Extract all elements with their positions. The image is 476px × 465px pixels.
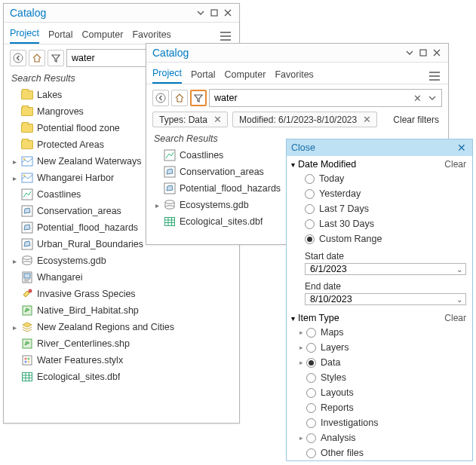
expand-icon[interactable]: ▸ — [10, 323, 19, 332]
date-modified-section[interactable]: ▾ Date Modified Clear — [287, 156, 472, 171]
expand-icon[interactable]: ▸ — [10, 174, 19, 182]
filter-button-active[interactable] — [190, 90, 207, 106]
option-label: Last 30 Days — [319, 219, 374, 229]
shp-icon — [20, 337, 34, 350]
tab-project[interactable]: Project — [152, 66, 182, 84]
home-button[interactable] — [29, 50, 45, 66]
search-dropdown-icon[interactable] — [425, 90, 440, 106]
tab-portal[interactable]: Portal — [191, 67, 216, 84]
clear-filters-button[interactable]: Clear filters — [390, 113, 442, 127]
table-icon — [20, 370, 34, 384]
clear-type-button[interactable]: Clear — [444, 313, 466, 323]
popup-close-label[interactable]: Close — [291, 142, 315, 153]
type-option[interactable]: Investigations — [287, 415, 472, 430]
result-item[interactable]: Ecological_sites.dbf — [7, 369, 236, 385]
tab-project[interactable]: Project — [10, 26, 39, 44]
tab-portal[interactable]: Portal — [48, 27, 73, 44]
radio-icon — [306, 328, 316, 338]
chip-remove-icon[interactable]: ✕ — [361, 114, 373, 125]
date-option[interactable]: Today — [287, 171, 472, 186]
close-icon[interactable] — [430, 46, 444, 60]
maximize-icon[interactable] — [416, 46, 430, 60]
caret-down-icon: ▾ — [291, 161, 295, 169]
type-option[interactable]: Styles — [287, 370, 472, 385]
item-label: Mangroves — [37, 106, 84, 117]
type-option[interactable]: ▸Analysis — [287, 430, 472, 445]
radio-icon — [306, 448, 316, 458]
option-label: Yesterday — [319, 188, 361, 199]
section-title: Item Type — [298, 313, 339, 323]
back-button[interactable] — [10, 50, 26, 66]
svg-rect-13 — [24, 274, 30, 278]
radio-icon — [305, 219, 315, 229]
radio-icon — [306, 433, 316, 443]
close-icon[interactable] — [221, 6, 235, 20]
folder-icon — [20, 121, 34, 135]
expand-icon[interactable]: ▸ — [152, 201, 161, 210]
dropdown-icon[interactable] — [194, 6, 207, 20]
clear-date-button[interactable]: Clear — [444, 159, 466, 170]
item-type-section[interactable]: ▾ Item Type Clear — [287, 310, 472, 325]
expand-icon[interactable]: ▸ — [297, 359, 305, 366]
dropdown-icon[interactable] — [403, 46, 416, 60]
tab-favorites[interactable]: Favorites — [275, 67, 313, 84]
tab-favorites[interactable]: Favorites — [132, 27, 170, 44]
type-option[interactable]: Reports — [287, 400, 472, 415]
result-item[interactable]: Water Features.stylx — [7, 352, 236, 369]
tab-computer[interactable]: Computer — [82, 27, 124, 44]
date-option[interactable]: Yesterday — [287, 186, 472, 201]
tab-computer[interactable]: Computer — [225, 67, 266, 84]
start-date-combo[interactable]: 6/1/2023 ⌄ — [305, 263, 466, 275]
back-button[interactable] — [152, 90, 169, 106]
tabs: Project Portal Computer Favorites — [146, 63, 448, 84]
pane-titlebar: Catalog — [4, 4, 239, 23]
result-item[interactable]: Native_Bird_Habitat.shp — [7, 302, 236, 319]
expand-icon[interactable]: ▸ — [10, 158, 19, 166]
filter-chip-types[interactable]: Types: Data✕ — [152, 112, 228, 127]
popup-header: Close ✕ — [287, 139, 472, 156]
item-label: New Zealand Waterways — [37, 156, 141, 167]
home-button[interactable] — [171, 90, 188, 106]
date-option[interactable]: Last 7 Days — [287, 201, 472, 216]
date-option[interactable]: Custom Range — [287, 231, 472, 246]
type-option[interactable]: Layouts — [287, 385, 472, 400]
maximize-icon[interactable] — [207, 6, 221, 20]
gdb-icon — [20, 254, 34, 268]
search-input[interactable] — [214, 93, 410, 103]
filter-chip-modified[interactable]: Modified: 6/1/2023‑8/10/2023✕ — [232, 112, 377, 127]
radio-icon — [305, 234, 315, 244]
result-item[interactable]: ▸Ecosystems.gdb — [7, 252, 236, 269]
expand-icon[interactable]: ▸ — [297, 434, 305, 442]
folder-icon — [20, 138, 34, 151]
pane-title: Catalog — [10, 7, 194, 19]
type-option[interactable]: Other files — [287, 445, 472, 460]
expand-icon[interactable]: ▸ — [10, 257, 19, 265]
popup-close-icon[interactable]: ✕ — [456, 142, 468, 154]
item-label: Conservation_areas — [37, 206, 121, 216]
search-input-container: ✕ — [209, 89, 442, 107]
result-item[interactable]: River_Centerlines.shp — [7, 335, 236, 352]
dropdown-icon: ⌄ — [456, 265, 462, 274]
style-icon — [20, 353, 34, 367]
clear-search-icon[interactable]: ✕ — [410, 90, 425, 106]
radio-icon — [306, 343, 316, 353]
hamburger-icon[interactable] — [428, 71, 442, 84]
chip-remove-icon[interactable]: ✕ — [211, 114, 224, 125]
type-option[interactable]: ▸Maps — [287, 325, 472, 340]
result-item[interactable]: ▸New Zealand Regions and Cities — [7, 319, 236, 335]
type-option[interactable]: ▸Layers — [287, 340, 472, 355]
hamburger-icon[interactable] — [220, 31, 233, 44]
radio-icon — [306, 403, 316, 413]
svg-rect-6 — [22, 189, 32, 200]
expand-icon[interactable]: ▸ — [297, 329, 305, 336]
map-icon — [20, 154, 34, 168]
type-option[interactable]: ▸Data — [287, 355, 472, 370]
result-item[interactable]: Invasive Grass Species — [7, 286, 236, 302]
filter-button[interactable] — [48, 50, 64, 66]
result-item[interactable]: Whangarei — [7, 269, 236, 286]
end-date-combo[interactable]: 8/10/2023 ⌄ — [305, 293, 466, 305]
svg-rect-36 — [165, 218, 175, 226]
date-option[interactable]: Last 30 Days — [287, 216, 472, 231]
item-label: Potential_flood_hazards — [180, 183, 281, 194]
expand-icon[interactable]: ▸ — [297, 344, 305, 351]
